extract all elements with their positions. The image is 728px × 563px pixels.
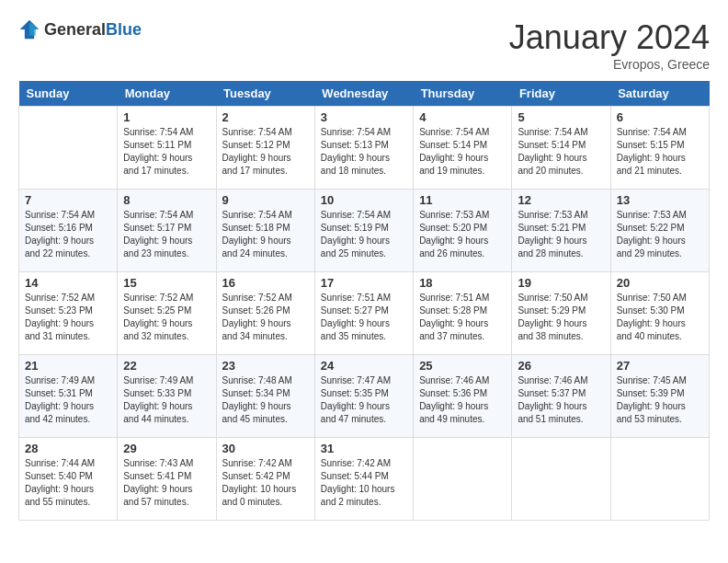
cell-info: Sunrise: 7:54 AM Sunset: 5:16 PM Dayligh…: [25, 209, 111, 260]
cell-info: Sunrise: 7:54 AM Sunset: 5:13 PM Dayligh…: [321, 126, 407, 178]
cell-info: Sunrise: 7:54 AM Sunset: 5:12 PM Dayligh…: [222, 126, 309, 178]
page-header: GeneralBlue January 2024 Evropos, Greece: [18, 18, 710, 72]
sunrise-text: Sunrise: 7:46 AM: [419, 375, 489, 385]
sunset-text: Sunset: 5:35 PM: [321, 388, 389, 398]
calendar-cell: 23 Sunrise: 7:48 AM Sunset: 5:34 PM Dayl…: [216, 355, 314, 438]
calendar-cell: 10 Sunrise: 7:54 AM Sunset: 5:19 PM Dayl…: [314, 190, 413, 272]
date-number: 4: [419, 110, 506, 124]
sunset-text: Sunset: 5:18 PM: [222, 223, 290, 233]
sunrise-text: Sunrise: 7:54 AM: [518, 127, 587, 137]
date-number: 19: [518, 276, 604, 290]
sunrise-text: Sunrise: 7:53 AM: [617, 210, 687, 220]
day-header-monday: Monday: [118, 81, 216, 107]
calendar-cell: 1 Sunrise: 7:54 AM Sunset: 5:11 PM Dayli…: [118, 107, 216, 190]
sunrise-text: Sunrise: 7:48 AM: [222, 375, 292, 385]
date-number: 8: [123, 193, 210, 207]
cell-info: Sunrise: 7:52 AM Sunset: 5:25 PM Dayligh…: [123, 292, 210, 343]
sunrise-text: Sunrise: 7:50 AM: [617, 293, 687, 303]
calendar-cell: [414, 438, 512, 521]
sunset-text: Sunset: 5:21 PM: [518, 223, 586, 233]
sunset-text: Sunset: 5:23 PM: [25, 305, 93, 316]
cell-info: Sunrise: 7:46 AM Sunset: 5:37 PM Dayligh…: [518, 374, 604, 426]
calendar-cell: 16 Sunrise: 7:52 AM Sunset: 5:26 PM Dayl…: [216, 272, 314, 355]
sunset-text: Sunset: 5:44 PM: [321, 471, 389, 481]
daylight-text: Daylight: 9 hours and 26 minutes.: [419, 236, 488, 259]
cell-info: Sunrise: 7:53 AM Sunset: 5:20 PM Dayligh…: [419, 209, 506, 260]
calendar-cell: 13 Sunrise: 7:53 AM Sunset: 5:22 PM Dayl…: [610, 190, 709, 272]
cell-info: Sunrise: 7:50 AM Sunset: 5:29 PM Dayligh…: [518, 292, 604, 343]
calendar-cell: 21 Sunrise: 7:49 AM Sunset: 5:31 PM Dayl…: [19, 355, 118, 438]
sunset-text: Sunset: 5:13 PM: [321, 140, 389, 150]
cell-info: Sunrise: 7:54 AM Sunset: 5:11 PM Dayligh…: [123, 126, 210, 178]
calendar-cell: 20 Sunrise: 7:50 AM Sunset: 5:30 PM Dayl…: [610, 272, 709, 355]
sunrise-text: Sunrise: 7:54 AM: [222, 127, 292, 137]
calendar-cell: 15 Sunrise: 7:52 AM Sunset: 5:25 PM Dayl…: [118, 272, 216, 355]
cell-info: Sunrise: 7:54 AM Sunset: 5:14 PM Dayligh…: [419, 126, 506, 178]
calendar-cell: 9 Sunrise: 7:54 AM Sunset: 5:18 PM Dayli…: [216, 190, 314, 272]
calendar-week-1: 1 Sunrise: 7:54 AM Sunset: 5:11 PM Dayli…: [19, 107, 710, 190]
cell-info: Sunrise: 7:42 AM Sunset: 5:42 PM Dayligh…: [222, 457, 309, 509]
sunrise-text: Sunrise: 7:54 AM: [321, 127, 391, 137]
cell-info: Sunrise: 7:46 AM Sunset: 5:36 PM Dayligh…: [419, 374, 506, 426]
sunrise-text: Sunrise: 7:54 AM: [222, 210, 292, 220]
calendar-cell: 24 Sunrise: 7:47 AM Sunset: 5:35 PM Dayl…: [314, 355, 413, 438]
cell-info: Sunrise: 7:49 AM Sunset: 5:31 PM Dayligh…: [25, 374, 111, 426]
sunset-text: Sunset: 5:29 PM: [518, 305, 586, 316]
daylight-text: Daylight: 9 hours and 44 minutes.: [123, 401, 192, 424]
sunrise-text: Sunrise: 7:43 AM: [123, 458, 193, 468]
sunrise-text: Sunrise: 7:54 AM: [123, 127, 193, 137]
cell-info: Sunrise: 7:49 AM Sunset: 5:33 PM Dayligh…: [123, 374, 210, 426]
sunset-text: Sunset: 5:27 PM: [321, 305, 389, 316]
date-number: 17: [321, 276, 407, 290]
calendar-week-4: 21 Sunrise: 7:49 AM Sunset: 5:31 PM Dayl…: [19, 355, 710, 438]
daylight-text: Daylight: 10 hours and 0 minutes.: [222, 484, 297, 507]
header-row: SundayMondayTuesdayWednesdayThursdayFrid…: [19, 81, 710, 107]
sunrise-text: Sunrise: 7:52 AM: [123, 293, 193, 303]
daylight-text: Daylight: 9 hours and 29 minutes.: [617, 236, 686, 259]
sunset-text: Sunset: 5:39 PM: [617, 388, 685, 398]
daylight-text: Daylight: 9 hours and 19 minutes.: [419, 153, 488, 176]
date-number: 15: [123, 276, 210, 290]
date-number: 3: [321, 110, 407, 124]
sunrise-text: Sunrise: 7:47 AM: [321, 375, 391, 385]
daylight-text: Daylight: 9 hours and 42 minutes.: [25, 401, 94, 424]
day-header-friday: Friday: [512, 81, 610, 107]
sunrise-text: Sunrise: 7:53 AM: [419, 210, 489, 220]
date-number: 23: [222, 359, 309, 373]
cell-info: Sunrise: 7:52 AM Sunset: 5:26 PM Dayligh…: [222, 292, 309, 343]
date-number: 22: [123, 359, 210, 373]
sunrise-text: Sunrise: 7:42 AM: [321, 458, 391, 468]
calendar-cell: 29 Sunrise: 7:43 AM Sunset: 5:41 PM Dayl…: [118, 438, 216, 521]
calendar-cell: 5 Sunrise: 7:54 AM Sunset: 5:14 PM Dayli…: [512, 107, 610, 190]
cell-info: Sunrise: 7:45 AM Sunset: 5:39 PM Dayligh…: [617, 374, 703, 426]
daylight-text: Daylight: 9 hours and 37 minutes.: [419, 318, 488, 341]
daylight-text: Daylight: 9 hours and 25 minutes.: [321, 236, 390, 259]
date-number: 24: [321, 359, 407, 373]
date-number: 20: [617, 276, 703, 290]
sunset-text: Sunset: 5:14 PM: [419, 140, 487, 150]
sunrise-text: Sunrise: 7:49 AM: [25, 375, 95, 385]
cell-info: Sunrise: 7:51 AM Sunset: 5:27 PM Dayligh…: [321, 292, 407, 343]
daylight-text: Daylight: 9 hours and 55 minutes.: [25, 484, 94, 507]
sunset-text: Sunset: 5:16 PM: [25, 223, 93, 233]
calendar-week-2: 7 Sunrise: 7:54 AM Sunset: 5:16 PM Dayli…: [19, 190, 710, 272]
day-header-tuesday: Tuesday: [216, 81, 314, 107]
sunset-text: Sunset: 5:31 PM: [25, 388, 93, 398]
calendar-cell: 27 Sunrise: 7:45 AM Sunset: 5:39 PM Dayl…: [610, 355, 709, 438]
calendar-cell: 22 Sunrise: 7:49 AM Sunset: 5:33 PM Dayl…: [118, 355, 216, 438]
sunrise-text: Sunrise: 7:53 AM: [518, 210, 587, 220]
cell-info: Sunrise: 7:54 AM Sunset: 5:15 PM Dayligh…: [617, 126, 703, 178]
date-number: 7: [25, 193, 111, 207]
date-number: 29: [123, 442, 210, 455]
sunset-text: Sunset: 5:41 PM: [123, 471, 191, 481]
title-section: January 2024 Evropos, Greece: [509, 18, 710, 72]
logo: GeneralBlue: [18, 18, 142, 40]
daylight-text: Daylight: 9 hours and 22 minutes.: [25, 236, 94, 259]
sunrise-text: Sunrise: 7:54 AM: [321, 210, 391, 220]
calendar-cell: 8 Sunrise: 7:54 AM Sunset: 5:17 PM Dayli…: [118, 190, 216, 272]
daylight-text: Daylight: 9 hours and 28 minutes.: [518, 236, 586, 259]
calendar-cell: 26 Sunrise: 7:46 AM Sunset: 5:37 PM Dayl…: [512, 355, 610, 438]
sunset-text: Sunset: 5:12 PM: [222, 140, 290, 150]
sunset-text: Sunset: 5:26 PM: [222, 305, 290, 316]
month-title: January 2024: [509, 18, 710, 57]
